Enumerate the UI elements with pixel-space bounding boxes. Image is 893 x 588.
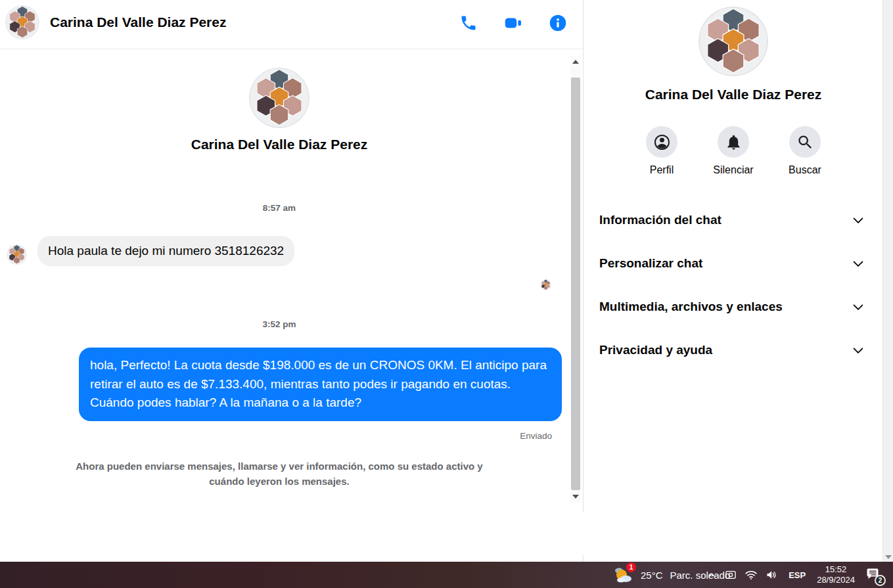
section-chat-info[interactable]: Información del chat (584, 206, 882, 235)
meet-now-icon[interactable] (724, 568, 737, 581)
call-actions (459, 13, 568, 33)
section-privacy-help[interactable]: Privacidad y ayuda (584, 336, 882, 365)
sidebar-actions: Perfil Silenciar Buscar (627, 126, 840, 176)
mute-label: Silenciar (698, 164, 768, 176)
mute-bell-icon (718, 126, 749, 158)
sidebar-contact-avatar[interactable] (698, 7, 768, 76)
profile-label: Perfil (627, 164, 697, 176)
system-tray: ESP 15:52 28/9/2024 2 (706, 562, 884, 588)
conversation-info-button[interactable] (549, 13, 568, 33)
messenger-window: Carina Del Valle Diaz Perez Carina Del V… (0, 0, 893, 588)
chevron-down-icon (851, 256, 865, 271)
search-label: Buscar (770, 164, 840, 176)
contact-name: Carina Del Valle Diaz Perez (50, 14, 226, 30)
weather-alert-badge: 1 (626, 562, 636, 572)
timestamp-morning: 8:57 am (0, 203, 559, 213)
conversation-info-pane: Carina Del Valle Diaz Perez Perfil Silen… (584, 0, 882, 562)
clock-date: 28/9/2024 (817, 575, 855, 585)
profile-intro-avatar[interactable] (249, 68, 309, 128)
section-privacy-help-label: Privacidad y ayuda (599, 343, 712, 357)
section-media-files-links[interactable]: Multimedia, archivos y enlaces (584, 292, 882, 321)
chat-scrollbar-thumb[interactable] (571, 78, 580, 490)
section-customize-chat[interactable]: Personalizar chat (584, 249, 882, 278)
scroll-up-arrow-icon[interactable] (572, 60, 579, 64)
action-center-button[interactable]: 2 (864, 566, 884, 584)
sidebar-contact-name: Carina Del Valle Diaz Perez (584, 87, 882, 102)
window-scrollbar[interactable] (882, 0, 893, 562)
incoming-message-avatar[interactable] (7, 244, 27, 265)
composer: + GIF (0, 512, 584, 555)
profile-button[interactable]: Perfil (627, 126, 697, 176)
taskbar: 1 25°C Parc. soleado ESP 15:52 28/9/2024… (0, 562, 893, 588)
voice-call-button[interactable] (459, 13, 479, 33)
conversation-header-contact[interactable]: Carina Del Valle Diaz Perez (5, 5, 226, 39)
message-list: Carina Del Valle Diaz Perez 8:57 am Hola… (0, 50, 584, 503)
contact-avatar (5, 5, 39, 39)
info-icon (549, 14, 567, 32)
video-camera-icon (504, 14, 522, 32)
wifi-icon[interactable] (744, 568, 758, 581)
clock-time: 15:52 (817, 564, 855, 575)
scroll-down-arrow-icon[interactable] (885, 555, 892, 559)
sent-status: Enviado (520, 431, 552, 441)
incoming-message-bubble[interactable]: Hola paula te dejo mi numero 3518126232 (37, 236, 294, 266)
notification-count-badge: 2 (875, 575, 886, 586)
system-notice: Ahora pueden enviarse mensajes, llamarse… (76, 459, 483, 489)
outgoing-message-bubble[interactable]: hola, Perfecto! La cuota desde $198.000 … (79, 348, 562, 421)
chevron-down-icon (851, 343, 865, 357)
scroll-down-arrow-icon[interactable] (572, 495, 579, 499)
chevron-down-icon (851, 300, 865, 314)
profile-icon (646, 126, 677, 158)
seen-indicator-avatar (540, 279, 551, 290)
search-in-conversation-button[interactable]: Buscar (770, 126, 840, 176)
sidebar-sections: Información del chat Personalizar chat M… (584, 191, 882, 365)
chevron-down-icon (851, 213, 865, 227)
mute-button[interactable]: Silenciar (698, 126, 768, 176)
language-indicator[interactable]: ESP (787, 570, 808, 580)
chevron-up-icon[interactable] (706, 570, 717, 580)
phone-icon (459, 14, 478, 32)
chat-pane: Carina Del Valle Diaz Perez Carina Del V… (0, 0, 584, 562)
video-call-button[interactable] (504, 13, 524, 33)
weather-sun-cloud-icon: 1 (614, 565, 633, 585)
profile-intro-name: Carina Del Valle Diaz Perez (0, 137, 559, 152)
volume-icon[interactable] (765, 568, 779, 581)
section-media-files-links-label: Multimedia, archivos y enlaces (599, 300, 783, 314)
chat-header: Carina Del Valle Diaz Perez (0, 0, 583, 49)
timestamp-afternoon: 3:52 pm (0, 319, 559, 329)
section-customize-chat-label: Personalizar chat (599, 256, 702, 271)
weather-temperature: 25°C (641, 570, 663, 581)
taskbar-clock[interactable]: 15:52 28/9/2024 (815, 564, 857, 585)
chat-scrollbar[interactable] (570, 56, 581, 503)
search-icon (789, 126, 821, 158)
section-chat-info-label: Información del chat (599, 213, 721, 227)
